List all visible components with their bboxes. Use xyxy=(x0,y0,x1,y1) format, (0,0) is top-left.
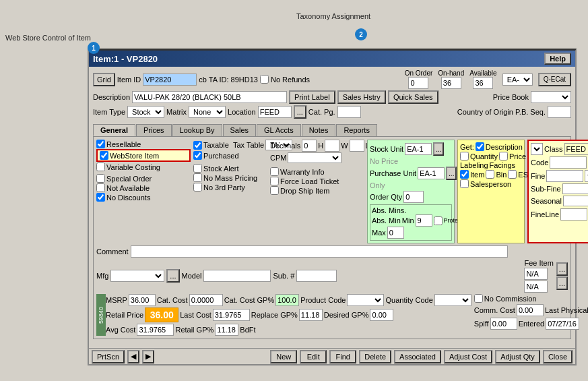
tab-lookup-by[interactable]: Lookup By xyxy=(172,124,222,136)
spiff-input[interactable] xyxy=(490,318,517,330)
min-input[interactable] xyxy=(416,214,432,227)
next-button[interactable]: ▶ xyxy=(142,350,154,363)
stock-alert-checkbox[interactable] xyxy=(193,164,202,173)
sub-fine-select[interactable] xyxy=(562,183,588,194)
item-id-input[interactable] xyxy=(143,74,197,86)
fine-line-input[interactable] xyxy=(560,208,587,221)
tab-general[interactable]: General xyxy=(93,124,135,136)
decimals-input[interactable] xyxy=(302,140,317,152)
bin-checkbox[interactable] xyxy=(486,170,494,179)
max-input[interactable] xyxy=(387,227,404,239)
warranty-info-checkbox[interactable] xyxy=(270,167,279,176)
fee-item-input[interactable] xyxy=(524,268,548,280)
purchase-unit-input[interactable] xyxy=(418,167,445,179)
esl-checkbox[interactable] xyxy=(508,170,517,179)
pb-seq-input[interactable] xyxy=(548,106,571,118)
comm-cost-input[interactable] xyxy=(517,304,544,316)
last-cost-input[interactable] xyxy=(213,309,250,321)
stock-unit-input[interactable] xyxy=(405,143,432,155)
available-input[interactable] xyxy=(473,77,493,89)
adjust-qty-button[interactable]: Adjust Qty xyxy=(495,350,540,363)
class-input[interactable] xyxy=(564,143,588,155)
sales-hstry-button[interactable]: Sales Hstry xyxy=(337,90,386,104)
special-order-checkbox[interactable] xyxy=(96,174,105,183)
item-checkbox[interactable] xyxy=(460,170,469,179)
tab-reports[interactable]: Reports xyxy=(336,124,377,136)
price-book-select[interactable] xyxy=(531,91,571,103)
price-checkbox[interactable] xyxy=(499,152,508,160)
quantity-code-select[interactable] xyxy=(434,294,471,306)
stock-unit-dots[interactable]: ... xyxy=(433,142,444,156)
associated-button[interactable]: Associated xyxy=(394,350,441,363)
prt-scn-button[interactable]: PrtScn xyxy=(92,350,125,363)
retail-gp-input[interactable] xyxy=(215,324,238,336)
fee-item-dots2[interactable]: ... xyxy=(556,276,568,290)
replace-gp-input[interactable] xyxy=(299,309,323,321)
resellable-checkbox[interactable] xyxy=(96,140,105,148)
fine-select[interactable]: ▼ xyxy=(585,170,588,182)
msrp-input[interactable] xyxy=(129,294,156,306)
webstore-item-checkbox[interactable] xyxy=(100,151,108,160)
on-order-input[interactable] xyxy=(408,77,428,89)
print-label-button[interactable]: Print Label xyxy=(289,90,335,104)
comment-input[interactable] xyxy=(131,245,508,258)
cpm-select[interactable] xyxy=(288,152,341,163)
taxable-checkbox[interactable] xyxy=(193,141,202,150)
avg-cost-input[interactable] xyxy=(137,324,174,336)
model-input[interactable] xyxy=(203,270,271,282)
mfg-select[interactable] xyxy=(110,270,164,282)
code-input[interactable] xyxy=(550,156,587,169)
prev-button[interactable]: ◀ xyxy=(127,350,139,363)
sub-hash-input[interactable] xyxy=(296,270,337,282)
edit-button[interactable]: Edit xyxy=(300,350,327,363)
seasonal-select[interactable] xyxy=(563,196,588,206)
grid-button[interactable]: Grid xyxy=(93,73,115,86)
delete-button[interactable]: Delete xyxy=(359,350,391,363)
order-qty-input[interactable] xyxy=(403,191,424,203)
fine-input[interactable] xyxy=(546,170,583,182)
quantity-checkbox[interactable] xyxy=(460,152,469,160)
no-3rd-party-checkbox[interactable] xyxy=(193,183,202,192)
location-input[interactable] xyxy=(258,106,292,118)
item-type-select[interactable]: Stock xyxy=(127,106,164,118)
entered-input[interactable] xyxy=(546,318,579,330)
no-commission-checkbox[interactable] xyxy=(474,294,483,303)
adjust-cost-button[interactable]: Adjust Cost xyxy=(444,350,492,363)
tab-prices[interactable]: Prices xyxy=(136,124,172,136)
tab-notes[interactable]: Notes xyxy=(302,124,336,136)
tab-sales[interactable]: Sales xyxy=(223,124,257,136)
quick-sales-button[interactable]: Quick Sales xyxy=(388,90,438,104)
salesperson-checkbox[interactable] xyxy=(460,179,469,188)
fee-item-dots1[interactable]: ... xyxy=(556,262,568,276)
cat-cost-gp-input[interactable] xyxy=(275,294,299,306)
h-input[interactable] xyxy=(325,140,339,152)
ea1-select[interactable]: EA-1 xyxy=(502,74,533,86)
fee-item-na-input[interactable] xyxy=(524,281,548,293)
product-code-select[interactable] xyxy=(347,294,384,306)
not-available-checkbox[interactable] xyxy=(96,183,105,192)
location-dots-button[interactable]: ... xyxy=(294,105,306,119)
new-button[interactable]: New xyxy=(270,350,297,363)
find-button[interactable]: Find xyxy=(329,350,356,363)
drop-ship-item-checkbox[interactable] xyxy=(270,186,279,195)
no-mass-pricing-checkbox[interactable] xyxy=(193,173,202,182)
purchased-checkbox[interactable] xyxy=(193,151,202,160)
description-input[interactable] xyxy=(132,91,287,103)
tab-gl-accts[interactable]: GL Accts xyxy=(257,124,301,136)
purchase-unit-dots[interactable]: ... xyxy=(446,167,457,180)
variable-costing-checkbox[interactable] xyxy=(96,163,105,171)
description-checkbox[interactable] xyxy=(476,142,484,151)
cat-pg-input[interactable] xyxy=(337,106,361,118)
close-button[interactable]: Close xyxy=(543,350,573,363)
desired-gp-input[interactable] xyxy=(370,309,393,321)
on-hand-input[interactable] xyxy=(441,77,461,89)
class-arrow-select[interactable]: ▼ xyxy=(531,143,543,155)
q-ecat-button[interactable]: Q-ECat xyxy=(538,73,571,86)
no-refunds-checkbox[interactable] xyxy=(260,75,269,84)
force-load-ticket-checkbox[interactable] xyxy=(270,177,279,185)
cat-cost-input[interactable] xyxy=(189,294,223,306)
w-input[interactable] xyxy=(350,140,364,152)
mfg-dots[interactable]: ... xyxy=(166,269,179,283)
protect-checkbox[interactable] xyxy=(434,216,443,225)
help-button[interactable]: Help xyxy=(544,53,571,65)
